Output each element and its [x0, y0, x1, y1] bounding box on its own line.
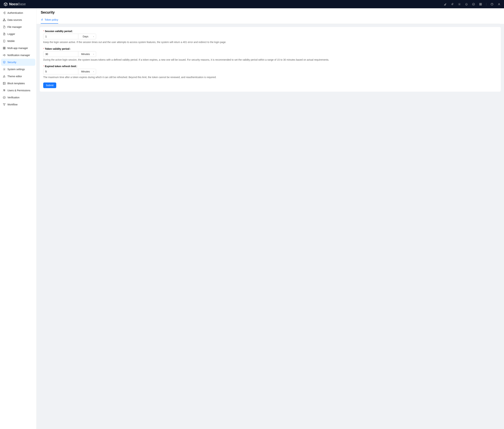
sidebar-item-notification[interactable]: Notification manager [1, 52, 35, 59]
svg-point-1 [472, 3, 475, 5]
tab-token-policy[interactable]: Token policy [41, 16, 58, 24]
sidebar-item-label: Workflow [7, 103, 18, 106]
content-area: *Session validity period Days ▾ Keep the… [36, 24, 504, 429]
form-item-session-validity: *Session validity period Days ▾ Keep the… [43, 30, 497, 44]
main-content: Security Token policy *Session validity … [36, 8, 504, 429]
sidebar-item-theme-editor[interactable]: Theme editor [1, 73, 35, 80]
svg-point-20 [4, 90, 5, 90]
svg-point-7 [499, 3, 500, 4]
check-circle-icon [3, 96, 6, 99]
form-item-token-validity: *Token validity period Minutes ▾ During … [43, 47, 497, 62]
tabs: Token policy [41, 16, 500, 24]
sidebar-item-verification[interactable]: Verification [1, 94, 35, 101]
session-validity-value-input[interactable] [43, 34, 78, 39]
sidebar-item-label: Notification manager [7, 54, 30, 57]
token-validity-input-group: Minutes ▾ [43, 51, 96, 57]
chevron-down-icon: ▾ [93, 53, 94, 55]
sidebar-item-users-permissions[interactable]: Users & Permissions [1, 87, 35, 94]
token-validity-help: During the active login session, the sys… [43, 58, 497, 62]
highlight-icon[interactable] [444, 3, 447, 6]
svg-rect-9 [3, 20, 4, 21]
svg-point-21 [3, 96, 5, 99]
select-value: Days [83, 35, 88, 38]
tab-label: Token policy [45, 18, 58, 21]
svg-rect-15 [3, 48, 4, 49]
sidebar-item-label: Logger [7, 33, 15, 35]
sidebar-item-label: Verification [7, 96, 19, 99]
session-validity-input-group: Days ▾ [43, 34, 96, 39]
mobile-icon [3, 40, 6, 43]
svg-point-22 [3, 104, 4, 104]
svg-rect-4 [479, 4, 480, 5]
sidebar-item-workflow[interactable]: Workflow [1, 101, 35, 108]
logo-text: NocoBase [9, 2, 26, 6]
workflow-icon [3, 103, 6, 106]
session-validity-help: Keep the login session active. If the se… [43, 40, 497, 44]
refresh-limit-input-group: Minutes ▾ [43, 69, 96, 74]
refresh-limit-unit-select[interactable]: Minutes ▾ [78, 69, 96, 74]
sidebar-item-multi-app[interactable]: Multi-app manager [1, 44, 35, 52]
theme-icon [3, 75, 6, 78]
token-policy-card: *Session validity period Days ▾ Keep the… [40, 27, 501, 92]
svg-rect-5 [481, 4, 482, 5]
sidebar-item-label: Authentication [7, 11, 23, 14]
sidebar-item-label: File manager [7, 26, 22, 28]
check-circle-icon[interactable] [472, 3, 475, 6]
file-text-icon [3, 33, 6, 35]
svg-rect-13 [3, 47, 4, 48]
svg-rect-8 [4, 19, 5, 19]
sidebar-item-label: Security [7, 61, 16, 64]
chevron-down-icon: ▾ [93, 71, 94, 73]
svg-rect-16 [4, 48, 5, 49]
svg-rect-3 [481, 3, 482, 4]
grid-icon[interactable] [479, 3, 482, 6]
refresh-limit-label: *Expired token refresh limit [43, 65, 497, 68]
token-validity-unit-select[interactable]: Minutes ▾ [78, 51, 96, 57]
logo[interactable]: NocoBase [3, 2, 26, 6]
submit-button[interactable]: Submit [43, 82, 56, 88]
form-item-refresh-limit: *Expired token refresh limit Minutes ▾ T… [43, 65, 497, 79]
sidebar-item-label: Data sources [7, 18, 22, 21]
sidebar-item-data-sources[interactable]: Data sources [1, 16, 35, 23]
svg-point-24 [4, 105, 5, 105]
sidebar-item-security[interactable]: Security [1, 59, 35, 66]
svg-point-19 [3, 89, 4, 90]
chevron-down-icon: ▾ [93, 35, 94, 37]
sidebar-item-label: System settings [7, 68, 25, 71]
sidebar-item-authentication[interactable]: Authentication [1, 9, 35, 16]
user-icon[interactable] [498, 3, 501, 6]
settings-icon [3, 68, 6, 71]
pin-icon [41, 18, 43, 21]
help-icon[interactable] [491, 3, 494, 6]
app-header: NocoBase [0, 0, 504, 8]
pin-icon[interactable] [451, 3, 454, 6]
svg-rect-2 [479, 3, 480, 4]
refresh-limit-help: The maximum time after a token expires d… [43, 75, 497, 79]
sidebar-item-label: Users & Permissions [7, 89, 30, 92]
megaphone-icon [3, 54, 6, 57]
svg-rect-14 [4, 47, 5, 48]
users-icon [3, 89, 6, 92]
header-actions [444, 3, 501, 6]
sidebar-item-file-manager[interactable]: File manager [1, 23, 35, 30]
svg-point-0 [459, 4, 460, 5]
svg-point-17 [4, 69, 5, 70]
session-validity-unit-select[interactable]: Days ▾ [78, 34, 96, 39]
page-title: Security [41, 10, 500, 14]
token-validity-value-input[interactable] [43, 51, 78, 57]
token-validity-label: *Token validity period [43, 47, 497, 50]
refresh-limit-value-input[interactable] [43, 69, 78, 74]
file-icon [3, 26, 6, 28]
sidebar-item-system-settings[interactable]: System settings [1, 66, 35, 73]
gear-icon[interactable] [458, 3, 461, 6]
bell-icon[interactable] [465, 3, 468, 6]
login-icon [3, 11, 6, 14]
svg-point-23 [5, 104, 5, 104]
cluster-icon [3, 18, 6, 21]
logo-cube-icon [3, 2, 8, 6]
sidebar-item-logger[interactable]: Logger [1, 30, 35, 37]
sidebar-item-block-templates[interactable]: Block templates [1, 80, 35, 87]
appstore-icon [3, 47, 6, 50]
sidebar-item-mobile[interactable]: Mobile [1, 37, 35, 44]
shield-check-icon [3, 61, 6, 64]
